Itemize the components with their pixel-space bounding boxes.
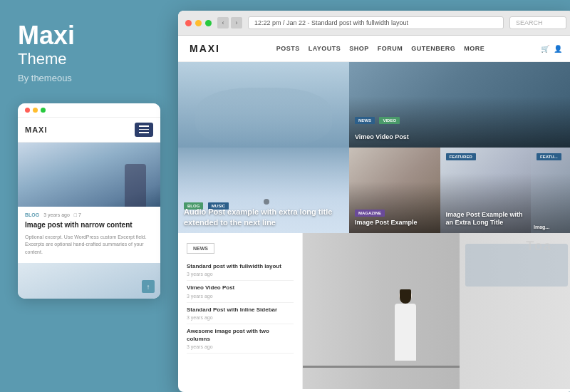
cart-icon[interactable]: 🛒 (541, 45, 549, 53)
featu-tag: FEATU... (537, 153, 561, 160)
news-item-2-title: Vimeo Video Post (187, 284, 294, 292)
hero-sub1-tags: NEWS VIDEO (355, 112, 401, 125)
mobile-top-bar (18, 103, 160, 118)
news-item-1-date: 3 years ago (187, 272, 294, 277)
nav-posts[interactable]: POSTS (276, 45, 300, 52)
toa-label: Toa (526, 239, 552, 254)
mobile-logo: MAXI (25, 125, 48, 134)
nav-more[interactable]: MORE (464, 45, 484, 52)
hero-sub1-image[interactable]: NEWS VIDEO Vimeo Video Post (349, 62, 570, 148)
nav-gutenberg[interactable]: GUTENBERG (411, 45, 455, 52)
news-item-2-date: 3 years ago (187, 294, 294, 299)
tag-magazine: MAGAZINE (355, 210, 385, 217)
brand-title: Maxi (18, 21, 153, 50)
hero-sub2b-image[interactable]: FEATURED Image Post Example with an Extr… (440, 148, 532, 233)
browser-url-bar[interactable]: 12:22 pm / Jan 22 - Standard post with f… (248, 16, 504, 29)
person-head (399, 289, 412, 302)
site-nav-icons: 🛒 👤 (541, 45, 562, 53)
hero-sub2a-image[interactable]: MAGAZINE Image Post Example (349, 148, 440, 233)
browser-forward-button[interactable]: › (231, 17, 242, 29)
brand-subtitle: Theme (18, 50, 153, 68)
mobile-dot-red (25, 108, 30, 113)
hero-sub2c-image[interactable]: FEATU... Imag... (531, 148, 570, 233)
mobile-post-excerpt: Optional excerpt. Use WordPress custom E… (18, 234, 160, 264)
browser-search-input[interactable]: SEARCH (509, 16, 566, 29)
browser-dot-yellow (195, 20, 202, 26)
mobile-post-meta: BLOG 3 years ago □ 7 (18, 207, 160, 219)
tag-video: VIDEO (379, 117, 400, 124)
hero-grid: BLOG MUSIC Audio Post example with extra… (178, 62, 570, 233)
hero-sub2c-title: Imag... (534, 224, 570, 230)
mobile-hero-image (18, 143, 160, 207)
photo-panel: Toa (303, 233, 570, 389)
hero-sub2-row: MAGAZINE Image Post Example FEATURED Ima… (349, 148, 570, 233)
mobile-traffic-lights (25, 108, 46, 113)
news-item-2[interactable]: Vimeo Video Post 3 years ago (187, 281, 294, 302)
hero-sub2b-title: Image Post Example with an Extra Long Ti… (446, 211, 526, 227)
person-silhouette (384, 289, 427, 389)
news-item-1-title: Standard post with fullwidth layout (187, 263, 294, 270)
mobile-mockup: MAXI BLOG 3 years ago □ 7 Image post wit… (18, 103, 160, 299)
news-item-3-title: Standard Post with Inline Sidebar (187, 306, 294, 314)
news-item-3[interactable]: Standard Post with Inline Sidebar 3 year… (187, 303, 294, 324)
user-icon[interactable]: 👤 (554, 45, 562, 53)
mobile-nav-bar: MAXI (18, 118, 160, 143)
hero-main-title: Audio Post example with extra long title… (184, 207, 343, 227)
bottom-section: NEWS Standard post with fullwidth layout… (178, 233, 570, 389)
mobile-post-title: Image post with narrow content (18, 219, 160, 234)
person-hair (400, 289, 411, 304)
brand-by: By themeous (18, 73, 153, 83)
news-item-4-title: Awesome image post with two columns (187, 328, 294, 343)
left-panel: Maxi Theme By themeous MAXI BLOG 3 years… (0, 0, 171, 392)
featured-tag: FEATURED (446, 153, 476, 160)
mobile-post-tag: BLOG (25, 212, 39, 217)
tag-news: NEWS (355, 117, 375, 124)
browser-back-button[interactable]: ‹ (217, 17, 229, 29)
hero-main-image[interactable]: BLOG MUSIC Audio Post example with extra… (178, 62, 349, 233)
news-tag-label: NEWS (187, 243, 214, 254)
browser-dot-red (185, 20, 192, 26)
site-nav: MAXI POSTS LAYOUTS SHOP FORUM GUTENBERG … (178, 36, 570, 62)
browser-chrome: ‹ › 12:22 pm / Jan 22 - Standard post wi… (178, 11, 570, 36)
mobile-scroll-button[interactable]: ↑ (142, 280, 155, 293)
news-item-3-date: 3 years ago (187, 315, 294, 320)
news-item-4[interactable]: Awesome image post with two columns 3 ye… (187, 324, 294, 354)
browser-traffic-lights (185, 20, 212, 26)
mobile-dot-green (41, 108, 46, 113)
boat-decoration (264, 199, 269, 205)
person-body (395, 304, 416, 361)
browser-mockup: ‹ › 12:22 pm / Jan 22 - Standard post wi… (178, 11, 570, 392)
arrow-up-icon: ↑ (147, 283, 150, 291)
news-item-4-date: 3 years ago (187, 344, 294, 349)
search-placeholder: SEARCH (516, 19, 543, 26)
hero-sub2a-title: Image Post Example (355, 219, 435, 227)
nav-shop[interactable]: SHOP (349, 45, 369, 52)
nav-layouts[interactable]: LAYOUTS (309, 45, 341, 52)
mobile-post-comments: □ 7 (74, 212, 81, 217)
site-logo: MAXI (190, 43, 220, 54)
mobile-bottom-image: ↑ (18, 263, 160, 299)
news-item-1[interactable]: Standard post with fullwidth layout 3 ye… (187, 259, 294, 281)
browser-nav-buttons: ‹ › (217, 17, 242, 29)
news-panel: NEWS Standard post with fullwidth layout… (178, 233, 303, 389)
browser-dot-green (205, 20, 212, 26)
mobile-dot-yellow (33, 108, 38, 113)
site-nav-links: POSTS LAYOUTS SHOP FORUM GUTENBERG MORE (276, 45, 485, 52)
nav-forum[interactable]: FORUM (378, 45, 403, 52)
mobile-post-date: 3 years ago (43, 212, 70, 217)
hero-sub2a-tags: MAGAZINE (355, 205, 386, 217)
hero-sub1-title: Vimeo Video Post (355, 133, 568, 142)
mobile-hamburger-icon[interactable] (135, 123, 153, 137)
mobile-hero-figure (125, 164, 146, 207)
